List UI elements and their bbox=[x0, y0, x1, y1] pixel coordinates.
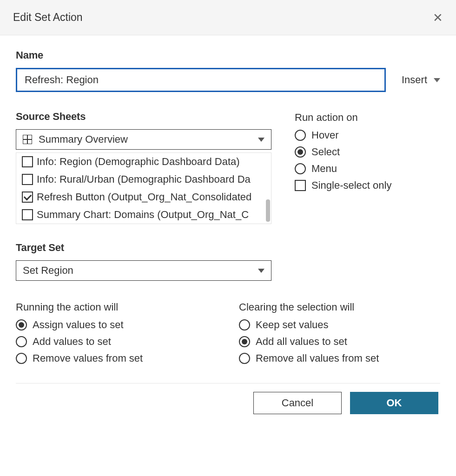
name-row: Insert bbox=[16, 68, 440, 92]
option-label: Assign values to set bbox=[33, 319, 124, 331]
running-add[interactable]: Add values to set bbox=[16, 336, 211, 348]
option-label: Hover bbox=[311, 129, 339, 141]
radio[interactable] bbox=[295, 163, 306, 174]
list-item-label: Summary Chart: Domains (Output_Org_Nat_C bbox=[37, 209, 249, 221]
source-sheets-selected: Summary Overview bbox=[39, 133, 128, 145]
source-sheets-label: Source Sheets bbox=[16, 111, 271, 123]
chevron-down-icon bbox=[258, 138, 264, 142]
dashboard-icon bbox=[23, 135, 32, 144]
name-label: Name bbox=[16, 49, 440, 61]
clearing-keep[interactable]: Keep set values bbox=[239, 319, 434, 331]
option-label: Keep set values bbox=[256, 319, 329, 331]
list-item[interactable]: Info: Region (Demographic Dashboard Data… bbox=[16, 153, 271, 171]
option-label: Single-select only bbox=[311, 179, 391, 192]
list-item-label: Info: Region (Demographic Dashboard Data… bbox=[37, 156, 240, 168]
scrollbar-thumb[interactable] bbox=[266, 199, 270, 222]
radio[interactable] bbox=[16, 353, 27, 364]
name-input[interactable] bbox=[16, 68, 386, 92]
source-sheets-select[interactable]: Summary Overview bbox=[16, 129, 271, 150]
dialog-title: Edit Set Action bbox=[13, 11, 83, 24]
checkbox[interactable] bbox=[22, 209, 33, 220]
list-item[interactable]: Info: Rural/Urban (Demographic Dashboard… bbox=[16, 171, 271, 188]
dialog-content: Name Insert Source Sheets Summary Overvi… bbox=[0, 35, 456, 423]
running-remove[interactable]: Remove values from set bbox=[16, 352, 211, 364]
radio[interactable] bbox=[295, 130, 306, 141]
option-label: Add all values to set bbox=[256, 336, 347, 348]
run-on-select[interactable]: Select bbox=[295, 146, 440, 158]
single-select-only[interactable]: Single-select only bbox=[295, 179, 440, 192]
list-item[interactable]: Summary Chart: Domains (Output_Org_Nat_C bbox=[16, 206, 271, 224]
radio[interactable] bbox=[239, 336, 250, 347]
option-label: Select bbox=[311, 146, 340, 158]
close-icon[interactable]: ✕ bbox=[433, 12, 443, 24]
radio[interactable] bbox=[16, 319, 27, 331]
chevron-down-icon bbox=[258, 269, 264, 273]
dialog-footer: Cancel OK bbox=[16, 392, 440, 414]
ok-button[interactable]: OK bbox=[350, 392, 438, 414]
list-item-label: Info: Rural/Urban (Demographic Dashboard… bbox=[37, 173, 251, 185]
running-label: Running the action will bbox=[16, 301, 211, 313]
run-on-hover[interactable]: Hover bbox=[295, 129, 440, 141]
insert-dropdown[interactable]: Insert bbox=[402, 74, 440, 86]
dialog-header: Edit Set Action ✕ bbox=[0, 0, 456, 35]
clearing-add-all[interactable]: Add all values to set bbox=[239, 336, 434, 348]
checkbox[interactable] bbox=[295, 180, 306, 191]
target-set-selected: Set Region bbox=[23, 264, 73, 277]
radio[interactable] bbox=[239, 319, 250, 331]
cancel-button[interactable]: Cancel bbox=[253, 392, 342, 414]
list-item[interactable]: Refresh Button (Output_Org_Nat_Consolida… bbox=[16, 188, 271, 206]
clearing-label: Clearing the selection will bbox=[239, 301, 434, 313]
target-set-label: Target Set bbox=[16, 242, 440, 254]
source-sheets-list[interactable]: Info: Region (Demographic Dashboard Data… bbox=[16, 152, 271, 224]
insert-label: Insert bbox=[402, 74, 427, 86]
divider bbox=[16, 383, 440, 383]
checkbox[interactable] bbox=[22, 174, 33, 185]
chevron-down-icon bbox=[434, 78, 440, 82]
run-on-menu[interactable]: Menu bbox=[295, 163, 440, 175]
checkbox[interactable] bbox=[22, 156, 33, 167]
radio[interactable] bbox=[295, 146, 306, 158]
option-label: Remove all values from set bbox=[256, 352, 379, 364]
option-label: Remove values from set bbox=[33, 352, 143, 364]
checkbox[interactable] bbox=[22, 192, 33, 203]
clearing-remove-all[interactable]: Remove all values from set bbox=[239, 352, 434, 364]
option-label: Add values to set bbox=[33, 336, 111, 348]
run-action-on-label: Run action on bbox=[295, 112, 440, 124]
running-assign[interactable]: Assign values to set bbox=[16, 319, 211, 331]
target-set-select[interactable]: Set Region bbox=[16, 260, 271, 281]
radio[interactable] bbox=[239, 353, 250, 364]
list-item-label: Refresh Button (Output_Org_Nat_Consolida… bbox=[37, 191, 251, 203]
option-label: Menu bbox=[311, 163, 337, 175]
radio[interactable] bbox=[16, 336, 27, 347]
